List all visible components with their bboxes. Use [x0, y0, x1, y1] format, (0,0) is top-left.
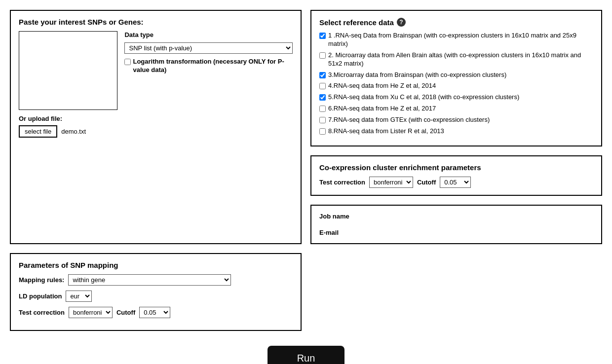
select-file-button[interactable]: select file: [19, 125, 57, 138]
ld-population-select[interactable]: eur afr amr eas sas: [66, 291, 92, 302]
ref-checkbox-4[interactable]: [319, 83, 326, 89]
ref-item-2: 2. Microarray data from Allen Brain alta…: [319, 51, 593, 68]
snp-mapping-title: Parameters of SNP mapping: [19, 261, 293, 269]
reference-panel-title: Select reference data ?: [319, 18, 593, 27]
email-label: E-mail: [319, 229, 593, 236]
log-transform-label: Logarithm transformation (necessary ONLY…: [133, 58, 293, 74]
right-column: Select reference data ? 1 .RNA-seq Data …: [310, 10, 602, 244]
snp-mapping-panel: Parameters of SNP mapping Mapping rules:…: [10, 253, 302, 331]
coexp-test-correction-label: Test correction: [319, 179, 365, 186]
coexpression-panel: Co-expression cluster enrichment paramet…: [310, 155, 602, 196]
coexp-test-correction-select[interactable]: bonferroni fdr none: [369, 177, 413, 188]
ref-item-7: 7.RNA-seq data from GTEx (with co-expres…: [319, 116, 593, 124]
run-button[interactable]: Run: [268, 346, 345, 364]
coexp-cutoff-label: Cutoff: [417, 179, 436, 186]
ref-checkbox-8[interactable]: [319, 128, 326, 135]
reference-list: 1 .RNA-seq Data from Brainspan (with co-…: [319, 32, 593, 136]
job-name-label: Job name: [319, 213, 593, 220]
data-type-label: Data type: [124, 31, 293, 38]
log-transform-checkbox[interactable]: [124, 59, 131, 65]
snp-input-panel: Paste your interest SNPs or Genes: Data …: [10, 10, 302, 244]
ref-item-8: 8.RNA-seq data from Lister R et al, 2013: [319, 127, 593, 136]
reference-panel: Select reference data ? 1 .RNA-seq Data …: [310, 10, 602, 146]
help-icon[interactable]: ?: [397, 18, 406, 27]
mapping-cutoff-label: Cutoff: [116, 309, 135, 316]
ref-checkbox-6[interactable]: [319, 106, 326, 112]
coexp-cutoff-select[interactable]: 0.05 0.01 0.001: [440, 177, 471, 188]
mapping-cutoff-select[interactable]: 0.05 0.01 0.001: [139, 307, 170, 318]
ref-checkbox-5[interactable]: [319, 94, 326, 101]
ref-item-5: 5.RNA-seq data from Xu C et al, 2018 (wi…: [319, 93, 593, 102]
file-name: demo.txt: [61, 128, 86, 135]
ref-checkbox-7[interactable]: [319, 117, 326, 123]
ref-item-4: 4.RNA-seq data from He Z et al, 2014: [319, 82, 593, 90]
snp-panel-title: Paste your interest SNPs or Genes:: [19, 18, 293, 26]
ref-item-1: 1 .RNA-seq Data from Brainspan (with co-…: [319, 32, 593, 48]
ref-checkbox-1[interactable]: [319, 33, 326, 39]
mapping-test-correction-select[interactable]: bonferroni fdr none: [69, 307, 113, 318]
snp-textarea[interactable]: [19, 31, 117, 110]
ref-item-3: 3.Microarray data from Brainspan (with c…: [319, 71, 593, 79]
ref-checkbox-2[interactable]: [319, 52, 326, 59]
job-panel: Job name E-mail: [310, 205, 602, 244]
mapping-test-correction-label: Test correction: [19, 309, 65, 316]
coexpression-title: Co-expression cluster enrichment paramet…: [319, 163, 593, 172]
ref-checkbox-3[interactable]: [319, 72, 326, 78]
ld-population-label: LD population: [19, 292, 62, 300]
data-type-select[interactable]: SNP list (with p-value) Gene list SNP li…: [124, 42, 293, 54]
ref-item-6: 6.RNA-seq data from He Z et al, 2017: [319, 105, 593, 113]
mapping-rules-select[interactable]: within gene upstream/downstream eQTL: [68, 274, 231, 286]
upload-label: Or upload file:: [19, 115, 293, 122]
mapping-rules-label: Mapping rules:: [19, 276, 64, 284]
